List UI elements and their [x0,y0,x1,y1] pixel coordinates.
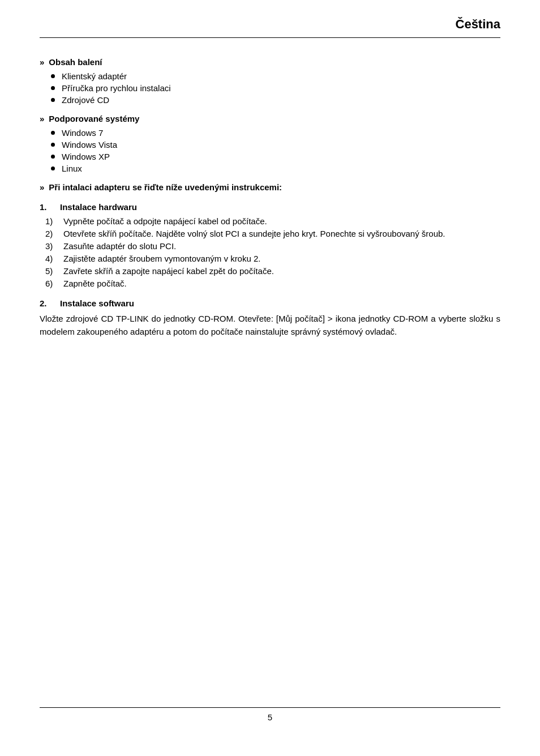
item-text: Příručka pro rychlou instalaci [62,83,171,93]
podporovane-systemy-heading: » Podporované systémy [40,114,500,123]
arrow-icon: » [40,182,44,192]
step-item: 3) Zasuňte adaptér do slotu PCI. [45,241,500,251]
item-text: Klientský adaptér [62,71,127,81]
item-text: Zdrojové CD [62,95,109,105]
bottom-rule [40,707,500,708]
instalace-softwaru-heading: 2. Instalace softwaru [40,298,500,308]
step-text: Zavřete skříň a zapojte napájecí kabel z… [63,266,500,276]
language-title: Čeština [456,17,500,31]
obsah-baleni-label: Obsah balení [49,57,102,67]
list-item: Zdrojové CD [51,95,500,105]
item-text: Windows XP [62,152,110,161]
list-item: Klientský adaptér [51,71,500,81]
step-number: 1) [45,216,63,226]
list-item: Linux [51,164,500,173]
section-number: 1. [40,202,60,212]
bullet-dot [51,155,55,159]
step-item: 5) Zavřete skříň a zapojte napájecí kabe… [45,266,500,276]
step-item: 1) Vypněte počítač a odpojte napájecí ka… [45,216,500,226]
item-text: Linux [62,164,82,173]
page-container: Čeština » Obsah balení Klientský adaptér… [0,0,540,756]
list-item: Windows XP [51,152,500,161]
section-number: 2. [40,298,60,308]
step-number: 4) [45,254,63,263]
step-number: 2) [45,229,63,238]
bullet-dot [51,86,55,90]
step-number: 3) [45,241,63,251]
instalace-hardwaru-label: Instalace hardwaru [60,202,137,212]
podporovane-systemy-label: Podporované systémy [49,114,139,123]
bullet-dot [51,74,55,78]
instalace-hardwaru-heading: 1. Instalace hardwaru [40,202,500,212]
step-item: 2) Otevřete skříň počítače. Najděte voln… [45,229,500,238]
bullet-dot [51,166,55,170]
step-item: 4) Zajistěte adaptér šroubem vymontovaný… [45,254,500,263]
obsah-baleni-heading: » Obsah balení [40,57,500,67]
instalace-softwaru-paragraph: Vložte zdrojové CD TP-LINK do jednotky C… [40,313,500,338]
arrow-icon: » [40,114,44,123]
step-text: Zapněte počítač. [63,279,500,288]
podporovane-systemy-list: Windows 7 Windows Vista Windows XP Linux [51,128,500,173]
bullet-dot [51,98,55,102]
bullet-dot [51,143,55,147]
step-number: 6) [45,279,63,288]
list-item: Windows Vista [51,140,500,150]
top-rule [40,37,500,38]
language-header: Čeština [40,17,500,34]
obsah-baleni-list: Klientský adaptér Příručka pro rychlou i… [51,71,500,105]
pri-instalaci-heading: » Při intalaci adapteru se řiďte níže uv… [40,182,500,192]
bullet-dot [51,131,55,135]
pri-instalaci-label: Při intalaci adapteru se řiďte níže uved… [49,182,282,192]
instalace-hardwaru-steps: 1) Vypněte počítač a odpojte napájecí ka… [45,216,500,288]
step-text: Vypněte počítač a odpojte napájecí kabel… [63,216,500,226]
page-number: 5 [40,712,500,722]
instalace-softwaru-label: Instalace softwaru [60,298,134,308]
list-item: Windows 7 [51,128,500,138]
step-text: Zasuňte adaptér do slotu PCI. [63,241,500,251]
step-text: Zajistěte adaptér šroubem vymontovaným v… [63,254,500,263]
list-item: Příručka pro rychlou instalaci [51,83,500,93]
step-number: 5) [45,266,63,276]
arrow-icon: » [40,57,44,67]
step-item: 6) Zapněte počítač. [45,279,500,288]
item-text: Windows Vista [62,140,117,150]
step-text: Otevřete skříň počítače. Najděte volný s… [63,229,500,238]
content-area: » Obsah balení Klientský adaptér Příručk… [40,48,500,707]
item-text: Windows 7 [62,128,103,138]
